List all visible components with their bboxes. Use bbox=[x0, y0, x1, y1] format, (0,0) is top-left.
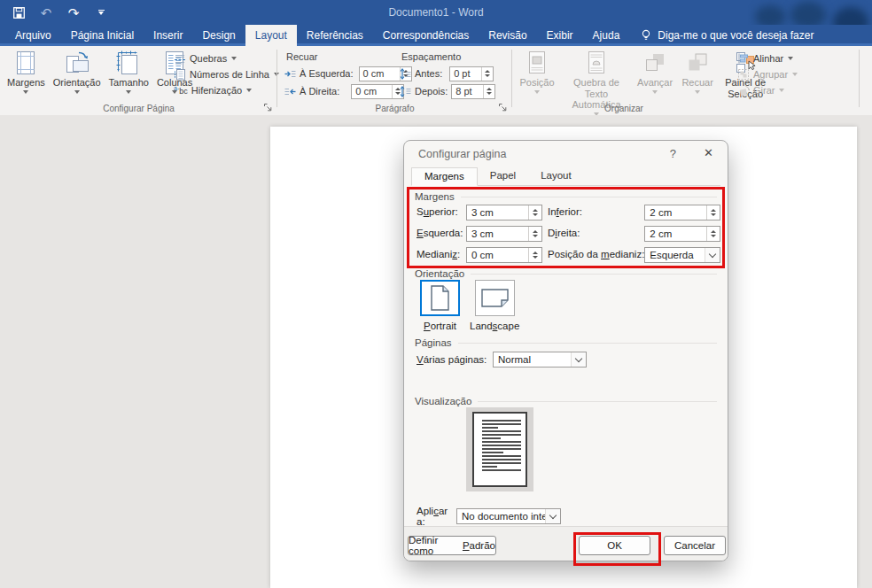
orientation-portrait-option: Portrait bbox=[420, 280, 460, 331]
ok-button[interactable]: OK bbox=[579, 536, 650, 555]
tamanho-button[interactable]: Tamanho bbox=[106, 48, 152, 94]
esquerda-input[interactable]: 3 cm bbox=[466, 226, 542, 242]
dialog-launcher-paragrafo[interactable] bbox=[497, 102, 508, 112]
tab-ajuda[interactable]: Ajuda bbox=[583, 25, 630, 46]
dropdown-caret bbox=[246, 89, 252, 92]
tell-me-box[interactable]: Diga-me o que você deseja fazer bbox=[641, 25, 814, 46]
esquerda-label: Esquerda: bbox=[417, 225, 466, 243]
direita-input[interactable]: 2 cm bbox=[644, 226, 720, 242]
blurred-blob bbox=[833, 7, 868, 25]
group-configurar-pagina: Margens Orientação Tamanho Colunas bbox=[0, 46, 277, 114]
chevron-down-icon bbox=[705, 248, 720, 262]
margens-icon bbox=[12, 50, 39, 76]
dialog-launcher-configurar-pagina[interactable] bbox=[262, 102, 273, 112]
dialog-tabs: Margens Papel Layout bbox=[411, 167, 720, 186]
title-bar: ↶ ↷ Documento1 - Word bbox=[0, 0, 872, 25]
tab-layout[interactable]: Layout bbox=[245, 25, 297, 46]
spacing-before-label: Antes: bbox=[415, 68, 442, 79]
dialog-footer: Definir como Padrão OK Cancelar bbox=[404, 526, 728, 561]
dropdown-caret bbox=[23, 90, 28, 94]
ribbon: Margens Orientação Tamanho Colunas bbox=[0, 46, 872, 116]
portrait-page-icon bbox=[429, 284, 451, 312]
section-legend-visualizacao: Visualização bbox=[415, 396, 717, 406]
orientacao-button[interactable]: Orientação bbox=[51, 48, 104, 94]
spinner-buttons[interactable] bbox=[481, 67, 493, 81]
dialog-title: Configurar página bbox=[418, 148, 506, 160]
margens-button[interactable]: Margens bbox=[4, 48, 48, 94]
spinner-buttons[interactable] bbox=[483, 85, 494, 98]
inferior-input[interactable]: 2 cm bbox=[644, 205, 720, 220]
dialog-launcher-icon bbox=[263, 103, 273, 112]
spacing-after-input[interactable]: 8 pt bbox=[451, 84, 495, 99]
blurred-account-area bbox=[748, 0, 872, 25]
save-icon[interactable] bbox=[11, 4, 27, 20]
spacing-before-input[interactable]: 0 pt bbox=[449, 66, 494, 81]
chevron-down-icon bbox=[545, 509, 560, 523]
chevron-down-icon bbox=[571, 352, 586, 367]
numeros-de-linha-button[interactable]: Números de Linha bbox=[174, 67, 279, 81]
blurred-blob bbox=[790, 2, 826, 25]
alinhar-button[interactable]: Alinhar bbox=[737, 51, 798, 66]
superior-input[interactable]: 3 cm bbox=[466, 205, 542, 220]
dropdown-caret bbox=[534, 90, 540, 94]
posicao-medianiz-dropdown[interactable]: Esquerda bbox=[644, 247, 720, 263]
close-icon[interactable]: ✕ bbox=[704, 146, 713, 159]
dropdown-caret bbox=[74, 90, 80, 94]
spinner-buttons[interactable] bbox=[528, 248, 541, 262]
avancar-icon bbox=[642, 50, 667, 76]
spinner-buttons[interactable] bbox=[706, 205, 720, 220]
landscape-button[interactable] bbox=[475, 280, 515, 316]
dropdown-caret bbox=[788, 57, 793, 60]
dropdown-caret bbox=[779, 89, 784, 92]
tab-referencias[interactable]: Referências bbox=[297, 25, 373, 46]
section-legend-orientacao: Orientação bbox=[415, 268, 717, 279]
tab-exibir[interactable]: Exibir bbox=[537, 25, 583, 46]
indent-right-input[interactable]: 0 cm bbox=[351, 84, 404, 99]
recuar-header: Recuar bbox=[286, 51, 317, 62]
spinner-buttons[interactable] bbox=[528, 205, 541, 220]
dialog-tab-papel[interactable]: Papel bbox=[478, 167, 528, 185]
tab-inserir[interactable]: Inserir bbox=[144, 25, 192, 46]
varias-paginas-dropdown[interactable]: Normal bbox=[493, 352, 587, 368]
spacing-before-icon bbox=[400, 68, 411, 80]
spinner-buttons[interactable] bbox=[528, 227, 541, 241]
customize-quick-access-icon[interactable] bbox=[93, 4, 109, 20]
landscape-page-icon bbox=[480, 288, 510, 308]
tab-design[interactable]: Design bbox=[192, 25, 245, 46]
medianiz-input[interactable]: 0 cm bbox=[466, 247, 542, 263]
group-paragrafo: Recuar Espaçamento À Esquerda: 0 cm À Di… bbox=[277, 46, 512, 114]
margens-fields: Superior: 3 cm Inferior: 2 cm Esquerda: … bbox=[417, 204, 716, 264]
quebras-button[interactable]: Quebras bbox=[174, 51, 279, 66]
indent-left-label: À Esquerda: bbox=[300, 68, 354, 79]
portrait-button[interactable] bbox=[420, 280, 460, 316]
tab-correspondencias[interactable]: Correspondências bbox=[373, 25, 479, 46]
inferior-label: Inferior: bbox=[548, 204, 644, 221]
spinner-buttons[interactable] bbox=[706, 227, 720, 241]
posicao-medianiz-label: Posição da medianiz: bbox=[548, 246, 644, 264]
aplicar-a-dropdown[interactable]: No documento inteiro bbox=[456, 508, 561, 524]
undo-icon: ↶ bbox=[38, 4, 54, 20]
window-title: Documento1 - Word bbox=[0, 0, 872, 25]
tab-arquivo[interactable]: Arquivo bbox=[5, 25, 61, 46]
cancelar-button[interactable]: Cancelar bbox=[664, 536, 726, 555]
group-label-paragrafo: Parágrafo bbox=[277, 104, 512, 113]
girar-icon bbox=[737, 84, 750, 97]
definir-como-padrao-button[interactable]: Definir como Padrão bbox=[408, 536, 496, 555]
aplicar-a-label: Aplicar a: bbox=[417, 506, 456, 527]
redo-icon[interactable]: ↷ bbox=[66, 4, 82, 20]
section-visualizacao: Visualização bbox=[415, 396, 717, 502]
document-workspace: Configurar página ? ✕ Margens Papel Layo… bbox=[0, 115, 872, 588]
hifenizacao-button[interactable]: a-bc Hifenização bbox=[174, 83, 279, 97]
quick-access-toolbar: ↶ ↷ bbox=[11, 0, 109, 25]
page-preview-thumbnail bbox=[472, 412, 527, 487]
dialog-tab-layout[interactable]: Layout bbox=[528, 167, 584, 185]
tab-pagina-inicial[interactable]: Página Inicial bbox=[61, 25, 144, 46]
tab-revisao[interactable]: Revisão bbox=[479, 25, 536, 46]
dialog-tab-margens[interactable]: Margens bbox=[411, 167, 478, 186]
help-icon[interactable]: ? bbox=[670, 147, 676, 160]
spacing-after-icon bbox=[400, 86, 411, 97]
group-label-organizar: Organizar bbox=[512, 104, 736, 113]
landscape-label: Landscape bbox=[470, 321, 519, 331]
recuar-icon bbox=[685, 50, 710, 76]
dropdown-caret bbox=[695, 90, 700, 94]
